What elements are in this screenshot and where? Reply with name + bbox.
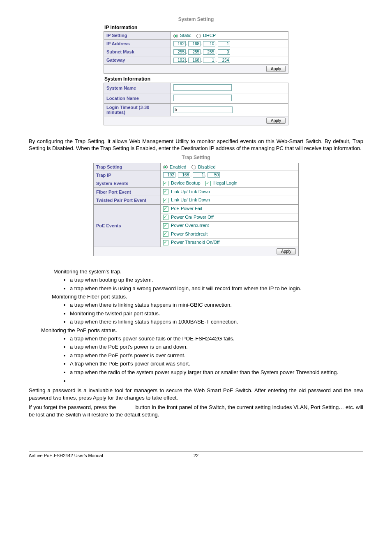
radio-disabled[interactable] — [191, 165, 196, 169]
login-timeout-input[interactable]: 5 — [173, 106, 233, 113]
trapip-oct-2[interactable]: 168 — [178, 172, 190, 178]
radio-enabled[interactable] — [163, 165, 168, 169]
chk-twisted-linkupdown[interactable] — [163, 198, 168, 203]
dhcp-label: DHCP — [203, 33, 216, 38]
system-name-input[interactable] — [173, 84, 232, 91]
chk-device-bootup[interactable] — [163, 181, 168, 186]
subnet-oct-1[interactable]: 255 — [173, 49, 186, 55]
ip-setting-value: Static DHCP — [171, 32, 288, 40]
password-para2a: If you forget the password, press the — [29, 404, 118, 410]
system-setting-panel: System Setting IP Information IP Setting… — [104, 16, 288, 125]
system-events-label: System Events — [94, 179, 161, 188]
footer-page-number: 22 — [184, 453, 208, 458]
twisted-pair-label: Twisted Pair Port Event — [94, 196, 161, 205]
poe-header-text: Monitoring the PoE ports status. — [41, 327, 363, 333]
chk-poe-onoff[interactable] — [163, 215, 168, 220]
bullet-poe-threshold: a trap when the radio of the system powe… — [70, 369, 363, 376]
password-paragraph-2: If you forget the password, press the bu… — [29, 404, 363, 418]
trapip-oct-3[interactable]: 1 — [193, 172, 205, 178]
gw-oct-2[interactable]: 168 — [188, 58, 201, 63]
poe-threshold-label: Power Threshold On/Off — [171, 240, 219, 245]
device-bootup-label: Device Bootup — [171, 180, 201, 185]
radio-dhcp[interactable] — [196, 34, 201, 38]
fiber-linkupdown-label: Link Up/ Link Down — [171, 189, 210, 194]
gw-oct-4[interactable]: 254 — [218, 58, 230, 63]
subnet-value: 255. 255. 255. 0 — [171, 48, 288, 56]
trap-setting-title: Trap Setting — [93, 155, 299, 160]
trap-setting-table: Trap Setting Enabled Disabled Trap IP 19… — [93, 163, 299, 247]
fiber-port-label: Fiber Port Event — [94, 187, 161, 196]
bullet-twisted-link: a trap when there is linking status happ… — [70, 318, 363, 326]
fiber-bullet-list: a trap when there is linking status happ… — [29, 301, 363, 326]
twisted-linkupdown-label: Link Up/ Link Down — [171, 197, 210, 202]
bullet-illegal-login: a trap when there is using a wrong passw… — [70, 285, 363, 292]
trapip-oct-1[interactable]: 192 — [163, 172, 175, 178]
ip-oct-3[interactable]: 10 — [203, 41, 215, 46]
chk-poe-shortcircuit[interactable] — [163, 231, 168, 237]
trap-apply-button[interactable]: Apply — [277, 248, 296, 254]
bullet-fiber-link: a trap when there is linking status happ… — [70, 301, 363, 309]
subnet-label: Subnet Mask — [104, 48, 171, 56]
bullet-bootup: a trap when booting up the system. — [70, 276, 363, 284]
system-info-header: System Information — [104, 76, 288, 82]
system-trap-text: Monitoring the system's trap. — [53, 268, 363, 275]
system-setting-title: System Setting — [104, 16, 288, 22]
ip-information-header: IP Information — [104, 25, 288, 30]
location-name-label: Location Name — [104, 93, 171, 103]
bullet-poe-onoff: a trap when the PoE port's power is on a… — [70, 343, 363, 351]
ip-oct-2[interactable]: 168 — [188, 41, 201, 46]
footer-left-text: AirLive PoE-FSH2442 User's Manual — [29, 453, 184, 458]
poe-overcurrent-label: Power Overcurrent — [171, 223, 209, 228]
page-footer: AirLive PoE-FSH2442 User's Manual 22 — [29, 451, 363, 458]
radio-static[interactable] — [173, 34, 178, 38]
bullet-poe-fail: a trap when the port's power source fail… — [70, 335, 363, 342]
trap-setting-label: Trap Setting — [94, 163, 161, 171]
gw-oct-1[interactable]: 192 — [173, 58, 186, 63]
enabled-label: Enabled — [170, 164, 186, 169]
ip-setting-label: IP Setting — [104, 32, 171, 40]
gateway-label: Gateway — [104, 56, 171, 64]
bullet-poe-over: a trap when the PoE port's power is over… — [70, 352, 363, 359]
trapip-oct-4[interactable]: 50 — [208, 172, 220, 178]
gw-oct-3[interactable]: 1 — [203, 58, 215, 63]
ip-oct-1[interactable]: 192 — [173, 41, 186, 46]
subnet-oct-4[interactable]: 0 — [218, 49, 230, 55]
poe-onoff-label: Power On/ Power Off — [171, 215, 214, 220]
poe-powerfail-label: PoE Power Fail — [171, 206, 202, 211]
trap-ip-label: Trap IP — [94, 171, 161, 179]
fiber-header-text: Monitoring the Fiber port status. — [52, 294, 363, 300]
chk-illegal-login[interactable] — [205, 181, 211, 186]
ip-address-value: 192. 168. 10. 1 — [171, 39, 288, 48]
reset-button-gap — [118, 404, 134, 410]
sysinfo-apply-button[interactable]: Apply — [266, 118, 286, 124]
disabled-label: Disabled — [198, 164, 216, 169]
gateway-value: 192. 168. 1. 254 — [171, 56, 288, 64]
bullet-empty — [70, 377, 363, 385]
password-paragraph-1: Setting a password is a invaluable tool … — [29, 387, 363, 401]
chk-poe-threshold[interactable] — [163, 240, 168, 245]
system-info-table: System Name Location Name Login Timeout … — [104, 83, 288, 116]
ip-information-table: IP Setting Static DHCP IP Address 192. 1… — [104, 31, 288, 65]
subnet-oct-3[interactable]: 255 — [203, 49, 215, 55]
ip-apply-button[interactable]: Apply — [266, 66, 286, 72]
location-name-input[interactable] — [173, 95, 232, 101]
ip-oct-4[interactable]: 1 — [218, 41, 230, 46]
system-name-label: System Name — [104, 83, 171, 93]
trap-setting-panel: Trap Setting Trap Setting Enabled Disabl… — [93, 155, 299, 256]
subnet-oct-2[interactable]: 255 — [188, 49, 201, 55]
poe-shortcircuit-label: Power Shortcircuit — [171, 231, 208, 236]
chk-poe-overcurrent[interactable] — [163, 223, 168, 229]
login-timeout-label: Login Timeout (3-30 minutes) — [104, 103, 171, 116]
chk-poe-powerfail[interactable] — [163, 206, 168, 212]
trap-bullet-list: a trap when booting up the system. a tra… — [29, 276, 363, 292]
poe-events-label: PoE Events — [94, 205, 161, 247]
ip-address-label: IP Address — [104, 39, 171, 48]
illegal-login-label: Illegal Login — [213, 180, 238, 185]
bullet-poe-short: A trap when the PoE port's power circuit… — [70, 360, 363, 368]
poe-bullet-list: a trap when the port's power source fail… — [29, 335, 363, 384]
trap-intro-paragraph: By configuring the Trap Setting, it allo… — [29, 138, 363, 152]
twisted-header-text: Monitoring the twisted pair port status. — [70, 310, 160, 317]
chk-fiber-linkupdown[interactable] — [163, 189, 168, 194]
static-label: Static — [180, 33, 191, 38]
